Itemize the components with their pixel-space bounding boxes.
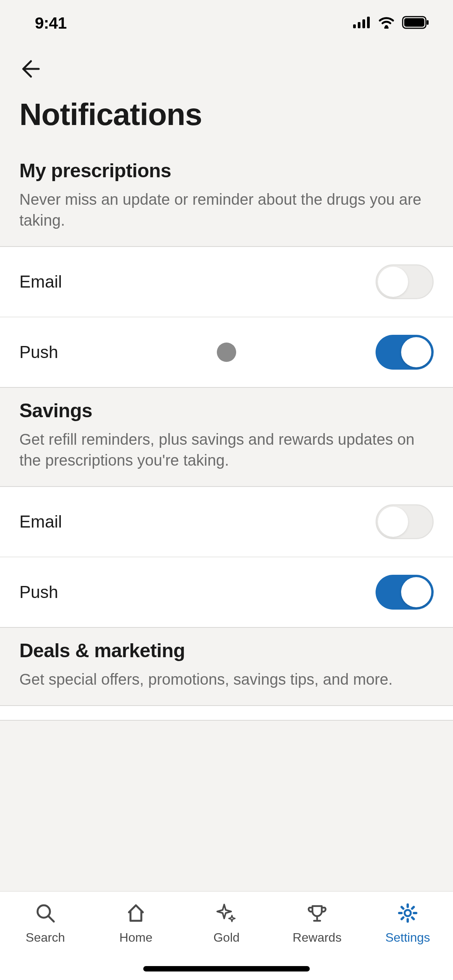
section-title: My prescriptions [19, 159, 434, 182]
nav-label: Settings [385, 930, 430, 945]
email-toggle-switch[interactable] [376, 264, 434, 299]
svg-line-9 [48, 916, 54, 922]
toggle-list-deals [0, 705, 453, 721]
svg-rect-0 [353, 24, 356, 28]
svg-point-4 [385, 25, 388, 28]
toggle-label: Email [19, 512, 62, 531]
home-indicator[interactable] [143, 966, 310, 971]
search-icon [34, 901, 57, 925]
nav-search[interactable]: Search [7, 901, 84, 980]
battery-icon [402, 16, 430, 31]
section-header-savings: Savings Get refill reminders, plus savin… [0, 388, 453, 486]
svg-rect-3 [367, 17, 370, 28]
email-toggle-switch[interactable] [376, 504, 434, 539]
toggle-row-push: Push [0, 317, 453, 387]
section-desc: Never miss an update or reminder about t… [19, 189, 434, 231]
cursor-indicator [217, 343, 236, 362]
svg-point-10 [405, 910, 411, 916]
switch-knob [378, 267, 408, 297]
switch-knob [378, 507, 408, 537]
home-icon [124, 901, 148, 925]
switch-knob [401, 337, 431, 367]
svg-rect-6 [404, 18, 424, 27]
nav-label: Gold [213, 930, 240, 945]
section-desc: Get special offers, promotions, savings … [19, 669, 434, 690]
toggle-label: Push [19, 343, 58, 362]
toggle-row-email: Email [0, 487, 453, 557]
cellular-icon [353, 17, 371, 30]
trophy-icon [305, 901, 329, 925]
back-button[interactable] [0, 43, 453, 93]
switch-knob [401, 577, 431, 607]
toggle-label: Push [19, 583, 58, 602]
toggle-list-prescriptions: Email Push [0, 246, 453, 388]
toggle-label: Email [19, 272, 62, 291]
status-icons [353, 16, 430, 31]
toggle-row-email: Email [0, 247, 453, 317]
push-toggle-switch[interactable] [376, 575, 434, 610]
toggle-list-savings: Email Push [0, 486, 453, 628]
svg-rect-2 [362, 19, 365, 28]
gear-icon [396, 901, 419, 925]
sparkle-icon [215, 901, 238, 925]
status-bar: 9:41 [0, 0, 453, 43]
page-title: Notifications [0, 93, 453, 148]
section-header-deals: Deals & marketing Get special offers, pr… [0, 628, 453, 705]
nav-label: Rewards [293, 930, 341, 945]
svg-rect-1 [358, 22, 360, 28]
svg-rect-7 [427, 20, 429, 25]
status-time: 9:41 [35, 14, 67, 33]
wifi-icon [378, 16, 395, 30]
section-header-prescriptions: My prescriptions Never miss an update or… [0, 148, 453, 246]
section-desc: Get refill reminders, plus savings and r… [19, 429, 434, 471]
nav-settings[interactable]: Settings [369, 901, 446, 980]
section-title: Savings [19, 399, 434, 422]
nav-label: Home [119, 930, 152, 945]
section-title: Deals & marketing [19, 639, 434, 662]
toggle-row-push: Push [0, 557, 453, 627]
nav-label: Search [26, 930, 65, 945]
push-toggle-switch[interactable] [376, 335, 434, 370]
arrow-left-icon [19, 58, 41, 80]
